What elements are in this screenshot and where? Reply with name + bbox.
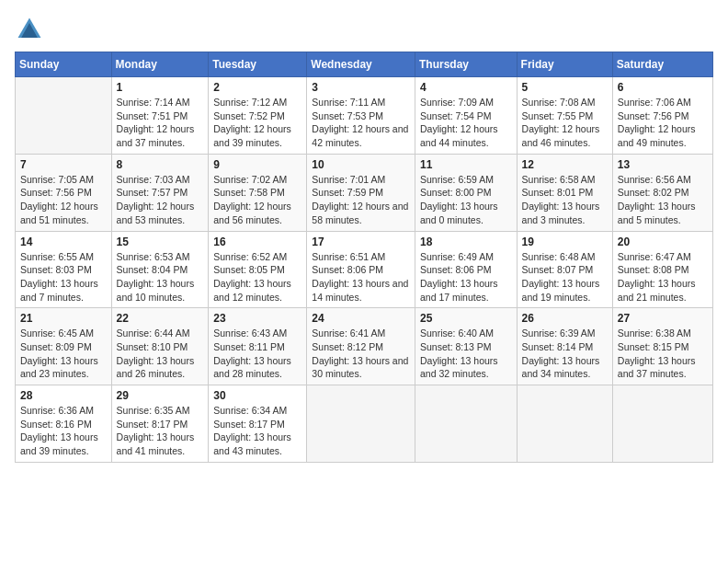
calendar-cell: 8Sunrise: 7:03 AMSunset: 7:57 PMDaylight…: [111, 154, 209, 231]
day-number: 3: [312, 81, 410, 94]
calendar-cell: 26Sunrise: 6:39 AMSunset: 8:14 PMDayligh…: [517, 308, 612, 385]
day-info: Sunrise: 6:36 AMSunset: 8:16 PMDaylight:…: [20, 404, 107, 458]
day-number: 18: [420, 236, 512, 248]
day-number: 29: [117, 389, 204, 402]
calendar-cell: 28Sunrise: 6:36 AMSunset: 8:16 PMDayligh…: [16, 385, 112, 463]
day-number: 2: [213, 81, 301, 94]
day-number: 7: [20, 158, 107, 171]
day-number: 12: [522, 158, 608, 171]
day-number: 15: [117, 236, 204, 248]
day-info: Sunrise: 7:12 AMSunset: 7:52 PMDaylight:…: [213, 96, 301, 150]
calendar-table: SundayMondayTuesdayWednesdayThursdayFrid…: [15, 52, 713, 463]
day-info: Sunrise: 6:49 AMSunset: 8:06 PMDaylight:…: [420, 250, 512, 304]
day-number: 23: [213, 312, 301, 325]
calendar-cell: 18Sunrise: 6:49 AMSunset: 8:06 PMDayligh…: [415, 231, 517, 308]
calendar-cell: 16Sunrise: 6:52 AMSunset: 8:05 PMDayligh…: [209, 231, 307, 308]
day-number: 20: [618, 236, 708, 248]
day-info: Sunrise: 6:47 AMSunset: 8:08 PMDaylight:…: [618, 250, 708, 304]
calendar-week-row: 21Sunrise: 6:45 AMSunset: 8:09 PMDayligh…: [16, 308, 713, 385]
calendar-cell: 5Sunrise: 7:08 AMSunset: 7:55 PMDaylight…: [517, 77, 612, 155]
day-number: 1: [117, 81, 204, 94]
day-info: Sunrise: 6:55 AMSunset: 8:03 PMDaylight:…: [20, 250, 107, 304]
day-info: Sunrise: 6:45 AMSunset: 8:09 PMDaylight:…: [20, 327, 107, 381]
day-info: Sunrise: 6:56 AMSunset: 8:02 PMDaylight:…: [618, 173, 708, 227]
day-number: 16: [213, 236, 301, 248]
calendar-cell: 21Sunrise: 6:45 AMSunset: 8:09 PMDayligh…: [16, 308, 112, 385]
calendar-cell: 7Sunrise: 7:05 AMSunset: 7:56 PMDaylight…: [16, 154, 112, 231]
calendar-cell: 30Sunrise: 6:34 AMSunset: 8:17 PMDayligh…: [209, 385, 307, 463]
calendar-week-row: 28Sunrise: 6:36 AMSunset: 8:16 PMDayligh…: [16, 385, 713, 463]
calendar-cell: 29Sunrise: 6:35 AMSunset: 8:17 PMDayligh…: [111, 385, 209, 463]
calendar-cell: 27Sunrise: 6:38 AMSunset: 8:15 PMDayligh…: [612, 308, 712, 385]
day-info: Sunrise: 7:09 AMSunset: 7:54 PMDaylight:…: [420, 96, 512, 150]
weekday-header: Wednesday: [307, 52, 415, 77]
day-info: Sunrise: 6:53 AMSunset: 8:04 PMDaylight:…: [117, 250, 204, 304]
day-info: Sunrise: 6:59 AMSunset: 8:00 PMDaylight:…: [420, 173, 512, 227]
calendar-cell: 1Sunrise: 7:14 AMSunset: 7:51 PMDaylight…: [111, 77, 209, 155]
calendar-cell: 19Sunrise: 6:48 AMSunset: 8:07 PMDayligh…: [517, 231, 612, 308]
day-number: 5: [522, 81, 608, 94]
day-number: 21: [20, 312, 107, 325]
day-info: Sunrise: 7:02 AMSunset: 7:58 PMDaylight:…: [213, 173, 301, 227]
calendar-cell: 6Sunrise: 7:06 AMSunset: 7:56 PMDaylight…: [612, 77, 712, 155]
day-info: Sunrise: 6:41 AMSunset: 8:12 PMDaylight:…: [312, 327, 410, 381]
day-info: Sunrise: 6:48 AMSunset: 8:07 PMDaylight:…: [522, 250, 608, 304]
calendar-cell: [415, 385, 517, 463]
weekday-header: Thursday: [415, 52, 517, 77]
calendar-cell: 20Sunrise: 6:47 AMSunset: 8:08 PMDayligh…: [612, 231, 712, 308]
day-info: Sunrise: 6:39 AMSunset: 8:14 PMDaylight:…: [522, 327, 608, 381]
day-number: 13: [618, 158, 708, 171]
calendar-cell: [16, 77, 112, 155]
calendar-cell: [517, 385, 612, 463]
day-number: 11: [420, 158, 512, 171]
day-info: Sunrise: 7:03 AMSunset: 7:57 PMDaylight:…: [117, 173, 204, 227]
day-number: 8: [117, 158, 204, 171]
calendar-cell: 15Sunrise: 6:53 AMSunset: 8:04 PMDayligh…: [111, 231, 209, 308]
calendar-cell: 13Sunrise: 6:56 AMSunset: 8:02 PMDayligh…: [612, 154, 712, 231]
day-number: 30: [213, 389, 301, 402]
day-number: 24: [312, 312, 410, 325]
calendar-week-row: 7Sunrise: 7:05 AMSunset: 7:56 PMDaylight…: [16, 154, 713, 231]
day-number: 28: [20, 389, 107, 402]
day-info: Sunrise: 6:58 AMSunset: 8:01 PMDaylight:…: [522, 173, 608, 227]
day-number: 25: [420, 312, 512, 325]
day-number: 9: [213, 158, 301, 171]
logo: [15, 15, 48, 44]
weekday-header: Tuesday: [209, 52, 307, 77]
day-info: Sunrise: 6:38 AMSunset: 8:15 PMDaylight:…: [618, 327, 708, 381]
calendar-week-row: 1Sunrise: 7:14 AMSunset: 7:51 PMDaylight…: [16, 77, 713, 155]
calendar-cell: 14Sunrise: 6:55 AMSunset: 8:03 PMDayligh…: [16, 231, 112, 308]
day-number: 4: [420, 81, 512, 94]
day-info: Sunrise: 7:08 AMSunset: 7:55 PMDaylight:…: [522, 96, 608, 150]
calendar-cell: 24Sunrise: 6:41 AMSunset: 8:12 PMDayligh…: [307, 308, 415, 385]
calendar-cell: 12Sunrise: 6:58 AMSunset: 8:01 PMDayligh…: [517, 154, 612, 231]
calendar-cell: 9Sunrise: 7:02 AMSunset: 7:58 PMDaylight…: [209, 154, 307, 231]
day-number: 14: [20, 236, 107, 248]
page-header: [15, 15, 713, 44]
day-info: Sunrise: 7:14 AMSunset: 7:51 PMDaylight:…: [117, 96, 204, 150]
day-number: 27: [618, 312, 708, 325]
calendar-cell: 3Sunrise: 7:11 AMSunset: 7:53 PMDaylight…: [307, 77, 415, 155]
day-number: 19: [522, 236, 608, 248]
weekday-header: Friday: [517, 52, 612, 77]
calendar-cell: [612, 385, 712, 463]
day-number: 22: [117, 312, 204, 325]
weekday-header: Saturday: [612, 52, 712, 77]
weekday-header: Monday: [111, 52, 209, 77]
weekday-header: Sunday: [16, 52, 112, 77]
day-info: Sunrise: 7:11 AMSunset: 7:53 PMDaylight:…: [312, 96, 410, 150]
calendar-cell: [307, 385, 415, 463]
day-number: 6: [618, 81, 708, 94]
day-info: Sunrise: 6:44 AMSunset: 8:10 PMDaylight:…: [117, 327, 204, 381]
day-number: 26: [522, 312, 608, 325]
calendar-cell: 4Sunrise: 7:09 AMSunset: 7:54 PMDaylight…: [415, 77, 517, 155]
calendar-cell: 10Sunrise: 7:01 AMSunset: 7:59 PMDayligh…: [307, 154, 415, 231]
calendar-cell: 23Sunrise: 6:43 AMSunset: 8:11 PMDayligh…: [209, 308, 307, 385]
day-info: Sunrise: 6:35 AMSunset: 8:17 PMDaylight:…: [117, 404, 204, 458]
day-info: Sunrise: 6:34 AMSunset: 8:17 PMDaylight:…: [213, 404, 301, 458]
day-info: Sunrise: 6:43 AMSunset: 8:11 PMDaylight:…: [213, 327, 301, 381]
calendar-cell: 22Sunrise: 6:44 AMSunset: 8:10 PMDayligh…: [111, 308, 209, 385]
calendar-cell: 17Sunrise: 6:51 AMSunset: 8:06 PMDayligh…: [307, 231, 415, 308]
logo-icon: [15, 15, 44, 44]
day-info: Sunrise: 6:52 AMSunset: 8:05 PMDaylight:…: [213, 250, 301, 304]
